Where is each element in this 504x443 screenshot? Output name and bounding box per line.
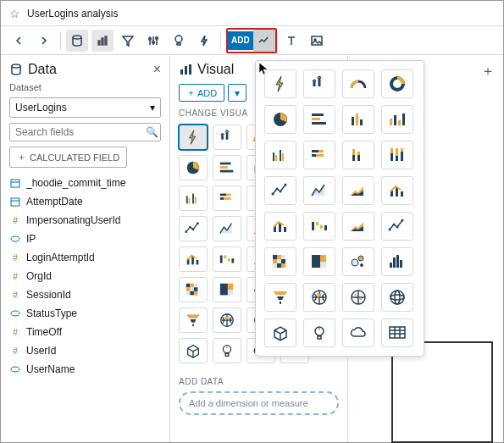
- date-type-icon: [9, 196, 21, 208]
- actions-icon[interactable]: [193, 30, 215, 52]
- visual-type-gauge[interactable]: [342, 69, 374, 98]
- visual-type-heatmap[interactable]: [179, 277, 208, 302]
- field-item[interactable]: _hoodie_commit_time: [9, 176, 161, 190]
- visual-type-stackh[interactable]: [303, 141, 335, 169]
- visual-type-donut[interactable]: [381, 69, 413, 98]
- svg-point-14: [11, 311, 19, 316]
- visual-type-treemap[interactable]: [303, 247, 335, 276]
- visual-type-mappoint[interactable]: [342, 283, 374, 312]
- visual-type-waterfall[interactable]: [213, 246, 241, 272]
- search-fields-input[interactable]: 🔍: [9, 123, 161, 141]
- svg-rect-118: [357, 152, 360, 155]
- field-item[interactable]: #LoginAttemptId: [9, 251, 161, 264]
- visual-type-bolt[interactable]: [179, 125, 208, 150]
- visual-type-pie[interactable]: [179, 155, 208, 180]
- field-item[interactable]: #SessionId: [9, 288, 161, 302]
- svg-point-0: [73, 36, 81, 39]
- svg-rect-171: [390, 327, 405, 338]
- add-visual-button[interactable]: ＋ADD: [179, 84, 224, 102]
- field-item[interactable]: AttemptDate: [9, 195, 161, 208]
- visual-type-combo[interactable]: [381, 176, 413, 205]
- svg-point-169: [395, 291, 400, 304]
- visual-type-mapfill[interactable]: [303, 283, 335, 312]
- calculated-field-button[interactable]: ＋CALCULATED FIELD: [9, 147, 127, 168]
- add-data-dropzone[interactable]: Add a dimension or measure: [179, 391, 339, 415]
- close-icon[interactable]: ×: [153, 62, 161, 77]
- svg-point-142: [396, 226, 399, 229]
- visual-type-table[interactable]: [381, 318, 413, 347]
- visual-type-area[interactable]: [303, 176, 335, 205]
- redo-button[interactable]: [33, 30, 55, 52]
- visual-type-area[interactable]: [213, 216, 241, 241]
- insights-icon[interactable]: [168, 30, 190, 52]
- visual-type-stackh[interactable]: [213, 186, 241, 211]
- svg-rect-74: [190, 291, 194, 296]
- visual-type-cloud[interactable]: [342, 318, 374, 347]
- text-icon[interactable]: [280, 30, 302, 52]
- dataset-select[interactable]: UserLogins ▾: [9, 97, 161, 118]
- visual-type-areastack[interactable]: [342, 212, 374, 241]
- add-visual-caret[interactable]: ▾: [228, 84, 246, 102]
- visual-placeholder[interactable]: [391, 341, 493, 443]
- visual-type-bolt[interactable]: [264, 69, 296, 98]
- visual-type-areastack[interactable]: [342, 176, 374, 205]
- visual-type-box3d[interactable]: [179, 338, 208, 363]
- visual-type-waterfall[interactable]: [303, 212, 335, 241]
- visual-type-bulb[interactable]: [213, 338, 241, 363]
- analysis-title: UserLogins analysis: [27, 8, 118, 19]
- field-item[interactable]: StatusType: [9, 307, 161, 320]
- visual-type-heatmap[interactable]: [264, 247, 296, 276]
- add-insight-button[interactable]: [253, 30, 275, 52]
- data-panel-title: Data: [28, 62, 57, 77]
- visual-type-treemap[interactable]: [213, 277, 241, 302]
- visual-type-clustered[interactable]: [179, 186, 208, 211]
- field-item[interactable]: #TimeOff: [9, 325, 161, 339]
- main-toolbar: ADD: [1, 26, 503, 55]
- parameters-icon[interactable]: [142, 30, 164, 52]
- visual-type-bubble[interactable]: [342, 247, 374, 276]
- add-pill[interactable]: ADD: [228, 31, 253, 50]
- svg-point-141: [393, 224, 396, 226]
- visual-type-bar2[interactable]: [381, 105, 413, 134]
- filter-icon[interactable]: [117, 30, 139, 52]
- svg-point-13: [11, 236, 19, 241]
- visual-type-combo[interactable]: [179, 246, 208, 272]
- visual-type-stack100[interactable]: [381, 141, 413, 169]
- dataset-icon[interactable]: [66, 30, 88, 52]
- visual-type-line[interactable]: [381, 212, 413, 241]
- visual-type-histogram[interactable]: [381, 247, 413, 276]
- svg-rect-62: [231, 258, 234, 263]
- favorite-star-icon[interactable]: ☆: [9, 7, 20, 20]
- visual-type-kpi[interactable]: [303, 69, 335, 98]
- visual-type-hbar[interactable]: [213, 155, 241, 180]
- visual-type-hbar[interactable]: [303, 105, 335, 134]
- visual-type-mapfill[interactable]: [213, 307, 241, 333]
- visualize-icon[interactable]: [91, 30, 114, 52]
- field-item[interactable]: IP: [9, 232, 161, 246]
- visual-type-line[interactable]: [179, 216, 208, 241]
- visual-type-kpi[interactable]: [213, 125, 241, 150]
- field-item[interactable]: #UserId: [9, 344, 161, 357]
- visual-type-box3d[interactable]: [264, 318, 296, 347]
- svg-point-7: [175, 36, 182, 42]
- image-icon[interactable]: [306, 30, 328, 52]
- field-item[interactable]: UserName: [9, 363, 161, 376]
- svg-rect-35: [220, 194, 226, 197]
- svg-point-157: [358, 256, 363, 261]
- undo-button[interactable]: [8, 30, 30, 52]
- field-item[interactable]: #ImpersonatingUserId: [9, 213, 161, 227]
- visual-type-vbar[interactable]: [342, 105, 374, 134]
- add-sheet-button[interactable]: ＋: [481, 63, 495, 80]
- visual-type-combo[interactable]: [264, 212, 296, 241]
- field-item[interactable]: #OrgId: [9, 269, 161, 283]
- svg-rect-162: [400, 260, 402, 268]
- visual-type-bulb[interactable]: [303, 318, 335, 347]
- visual-type-pie[interactable]: [264, 105, 296, 134]
- visual-type-funnel[interactable]: [179, 307, 208, 333]
- visual-type-globe[interactable]: [381, 283, 413, 312]
- visual-type-stackv[interactable]: [342, 141, 374, 169]
- visual-type-line[interactable]: [264, 176, 296, 205]
- visual-type-funnel[interactable]: [264, 283, 296, 312]
- svg-rect-132: [401, 191, 403, 197]
- visual-type-clustered[interactable]: [264, 141, 296, 169]
